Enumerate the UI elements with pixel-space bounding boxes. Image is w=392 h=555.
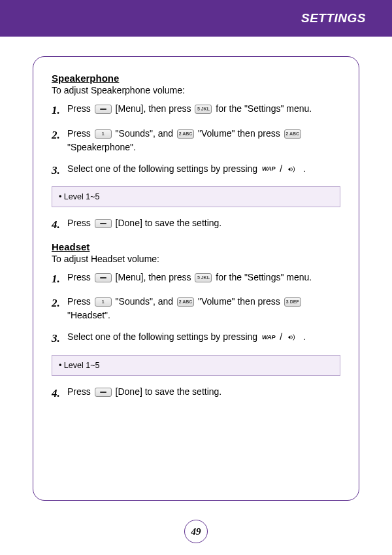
wap-key-icon: WAP [261, 165, 276, 174]
key-5-icon: 5 JKL [195, 105, 212, 114]
hs-step-2: 2. Press 1 "Sounds", and 2 ABC "Volume" … [52, 295, 340, 322]
step-number: 2. [52, 295, 67, 312]
key-5-icon: 5 JKL [195, 273, 212, 282]
step-body: Select one of the following settings by … [67, 162, 340, 176]
key-2-icon: 2 ABC [177, 129, 194, 139]
sp-step-4: 4. Press [Done] to save the setting. [52, 216, 340, 233]
key-1-icon: 1 [95, 129, 112, 139]
sp-step-1: 1. Press [Menu], then press 5 JKL for th… [52, 102, 340, 119]
key-2-icon: 2 ABC [177, 297, 194, 307]
step-body: Press [Menu], then press 5 JKL for the "… [67, 102, 340, 116]
headset-section: Headset To adjust Headset volume: 1. Pre… [52, 241, 340, 402]
step-number: 1. [52, 102, 67, 119]
headset-heading: Headset [52, 241, 340, 252]
signal-key-icon [286, 165, 299, 174]
header-bar: SETTINGS [0, 0, 392, 37]
wap-key-icon: WAP [261, 333, 276, 342]
done-key-icon [95, 219, 112, 228]
menu-key-icon [95, 273, 112, 282]
step-number: 3. [52, 330, 67, 347]
key-3-icon: 3 DEF [284, 297, 301, 307]
page-number: 49 [184, 520, 208, 543]
step-number: 1. [52, 271, 67, 288]
content-panel: Speakerphone To adjust Speakerphone volu… [33, 56, 359, 501]
key-1-icon: 1 [95, 297, 112, 307]
hs-step-1: 1. Press [Menu], then press 5 JKL for th… [52, 271, 340, 288]
hs-level-info: • Level 1~5 [52, 355, 340, 376]
menu-key-icon [95, 105, 112, 114]
page-title: SETTINGS [301, 11, 366, 25]
step-body: Press [Done] to save the setting. [67, 385, 340, 399]
signal-key-icon [286, 333, 299, 342]
speakerphone-subtext: To adjust Speakerphone volume: [52, 85, 340, 95]
sp-step-2: 2. Press 1 "Sounds", and 2 ABC "Volume" … [52, 127, 340, 154]
step-number: 3. [52, 162, 67, 179]
step-body: Press [Menu], then press 5 JKL for the "… [67, 271, 340, 284]
hs-step-4: 4. Press [Done] to save the setting. [52, 385, 340, 402]
speakerphone-section: Speakerphone To adjust Speakerphone volu… [52, 73, 340, 233]
speakerphone-heading: Speakerphone [52, 73, 340, 84]
step-body: Select one of the following settings by … [67, 330, 340, 344]
key-2-icon: 2 ABC [284, 129, 301, 139]
sp-step-3: 3. Select one of the following settings … [52, 162, 340, 179]
done-key-icon [95, 388, 112, 397]
headset-subtext: To adjust Headset volume: [52, 254, 340, 264]
step-number: 2. [52, 127, 67, 144]
step-number: 4. [52, 216, 67, 233]
hs-step-3: 3. Select one of the following settings … [52, 330, 340, 347]
step-number: 4. [52, 385, 67, 402]
step-body: Press 1 "Sounds", and 2 ABC "Volume" the… [67, 295, 340, 322]
sp-level-info: • Level 1~5 [52, 186, 340, 207]
step-body: Press 1 "Sounds", and 2 ABC "Volume" the… [67, 127, 340, 154]
step-body: Press [Done] to save the setting. [67, 216, 340, 230]
